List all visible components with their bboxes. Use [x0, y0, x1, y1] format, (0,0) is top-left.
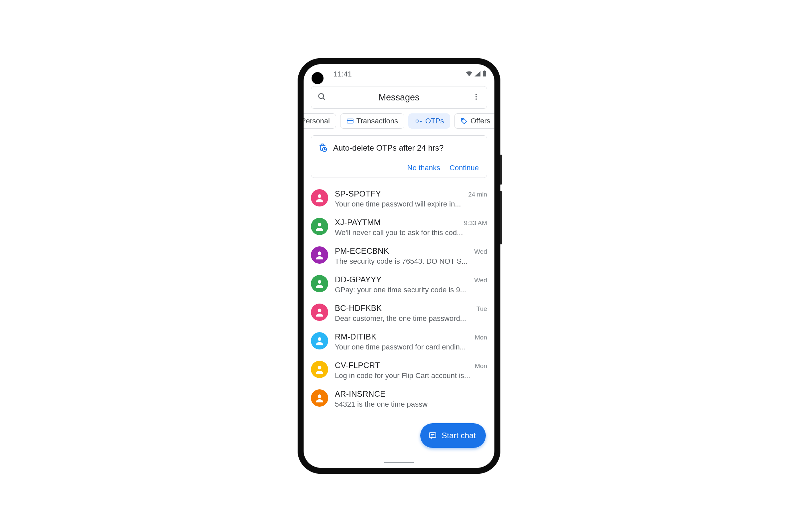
- status-icons: [466, 70, 487, 78]
- conversation-sender: CV-FLPCRT: [335, 361, 380, 370]
- chip-otps[interactable]: OTPs: [408, 113, 450, 129]
- chat-icon: [428, 431, 437, 440]
- svg-rect-0: [483, 71, 486, 76]
- conversation-preview: GPay: your one time security code is 9..…: [335, 286, 487, 294]
- conversation-row[interactable]: RM-DITIBKMonYour one time password for c…: [304, 327, 494, 356]
- conversation-sender: XJ-PAYTMM: [335, 218, 381, 227]
- conversation-preview: We'll never call you to ask for this cod…: [335, 228, 487, 237]
- svg-point-6: [475, 98, 477, 100]
- phone-screen: 11:41 Messages P: [304, 64, 494, 468]
- conversation-body: XJ-PAYTMM9:33 AMWe'll never call you to …: [335, 218, 487, 237]
- conversation-sender: PM-ECECBNK: [335, 246, 389, 256]
- conversation-preview: Your one time password for card endin...: [335, 343, 487, 352]
- avatar: [311, 246, 328, 264]
- conversation-preview: Dear customer, the one time password...: [335, 314, 487, 323]
- conversation-time: 24 min: [468, 191, 487, 198]
- chip-label: Offers: [471, 117, 491, 125]
- conversation-time: 9:33 AM: [464, 220, 487, 227]
- conversation-row[interactable]: CV-FLPCRTMonLog in code for your Flip Ca…: [304, 356, 494, 385]
- conversation-row[interactable]: DD-GPAYYYWedGPay: your one time security…: [304, 270, 494, 299]
- chip-label: Personal: [304, 117, 330, 125]
- conversation-body: BC-HDFKBKTueDear customer, the one time …: [335, 304, 487, 323]
- conversation-body: SP-SPOTFY24 minYour one time password wi…: [335, 189, 487, 208]
- fab-label: Start chat: [441, 431, 476, 440]
- svg-point-10: [462, 119, 463, 120]
- avatar: [311, 361, 328, 378]
- conversation-row[interactable]: PM-ECECBNKWedThe security code is 76543.…: [304, 242, 494, 270]
- conversation-body: DD-GPAYYYWedGPay: your one time security…: [335, 275, 487, 294]
- svg-point-4: [475, 94, 477, 95]
- conversation-time: Wed: [474, 248, 487, 255]
- status-time: 11:41: [334, 70, 352, 78]
- conversation-preview: Log in code for your Flip Cart account i…: [335, 372, 487, 380]
- svg-point-12: [318, 194, 322, 198]
- svg-rect-20: [430, 433, 436, 437]
- chip-offers[interactable]: Offers: [454, 113, 494, 129]
- banner-decline-button[interactable]: No thanks: [407, 164, 440, 172]
- conversation-sender: DD-GPAYYY: [335, 275, 382, 284]
- chip-personal[interactable]: Personal: [304, 113, 336, 129]
- battery-icon: [482, 70, 487, 78]
- conversation-time: Wed: [474, 277, 487, 284]
- svg-point-9: [416, 120, 418, 122]
- avatar: [311, 304, 328, 321]
- svg-point-16: [318, 308, 322, 312]
- card-icon: [346, 117, 354, 125]
- key-icon: [415, 117, 423, 125]
- nav-handle[interactable]: [384, 462, 414, 463]
- app-bar: Messages: [311, 86, 487, 109]
- avatar: [311, 189, 328, 207]
- avatar: [311, 275, 328, 292]
- phone-frame: 11:41 Messages P: [298, 58, 500, 474]
- avatar: [311, 218, 328, 235]
- conversation-preview: Your one time password will expire in...: [335, 200, 487, 208]
- conversation-time: Mon: [475, 334, 487, 341]
- conversation-preview: 54321 is the one time passw: [335, 400, 487, 408]
- category-chips: PersonalTransactionsOTPsOffers: [304, 113, 494, 129]
- svg-point-19: [318, 394, 322, 398]
- svg-point-17: [318, 337, 322, 341]
- search-icon[interactable]: [315, 92, 328, 102]
- svg-point-5: [475, 96, 477, 97]
- app-title: Messages: [328, 92, 470, 103]
- avatar: [311, 390, 328, 407]
- conversation-body: CV-FLPCRTMonLog in code for your Flip Ca…: [335, 361, 487, 380]
- conversation-row[interactable]: BC-HDFKBKTueDear customer, the one time …: [304, 299, 494, 327]
- conversation-row[interactable]: AR-INSRNCE54321 is the one time passw: [304, 385, 494, 413]
- auto-delete-banner: Auto-delete OTPs after 24 hrs? No thanks…: [311, 135, 487, 178]
- conversation-sender: AR-INSRNCE: [335, 390, 385, 399]
- banner-title: Auto-delete OTPs after 24 hrs?: [333, 143, 443, 153]
- conversation-body: RM-DITIBKMonYour one time password for c…: [335, 332, 487, 352]
- conversation-time: Tue: [476, 305, 487, 312]
- signal-icon: [474, 70, 480, 78]
- conversation-row[interactable]: SP-SPOTFY24 minYour one time password wi…: [304, 185, 494, 213]
- avatar: [311, 332, 328, 349]
- auto-delete-icon: [318, 142, 328, 154]
- conversation-preview: The security code is 76543. DO NOT S...: [335, 257, 487, 266]
- start-chat-fab[interactable]: Start chat: [420, 423, 486, 448]
- conversation-body: PM-ECECBNKWedThe security code is 76543.…: [335, 246, 487, 266]
- svg-point-15: [318, 280, 322, 284]
- conversation-sender: SP-SPOTFY: [335, 189, 381, 198]
- status-bar: 11:41: [304, 64, 494, 84]
- conversation-sender: RM-DITIBK: [335, 332, 376, 341]
- svg-line-3: [323, 98, 324, 99]
- conversation-row[interactable]: XJ-PAYTMM9:33 AMWe'll never call you to …: [304, 213, 494, 242]
- svg-point-13: [318, 223, 322, 226]
- tag-icon: [460, 117, 468, 125]
- conversation-sender: BC-HDFKBK: [335, 304, 382, 313]
- svg-point-18: [318, 366, 322, 369]
- svg-rect-7: [347, 119, 353, 124]
- conversation-time: Mon: [475, 362, 487, 370]
- svg-point-2: [319, 93, 324, 98]
- camera-punch-hole: [311, 72, 324, 84]
- chip-label: Transactions: [357, 117, 398, 125]
- chip-transactions[interactable]: Transactions: [340, 113, 404, 129]
- chip-label: OTPs: [425, 117, 444, 125]
- wifi-icon: [466, 70, 473, 78]
- more-icon[interactable]: [470, 93, 483, 102]
- svg-point-14: [318, 251, 322, 255]
- banner-accept-button[interactable]: Continue: [450, 164, 479, 172]
- power-button: [500, 155, 502, 185]
- volume-button: [500, 191, 502, 244]
